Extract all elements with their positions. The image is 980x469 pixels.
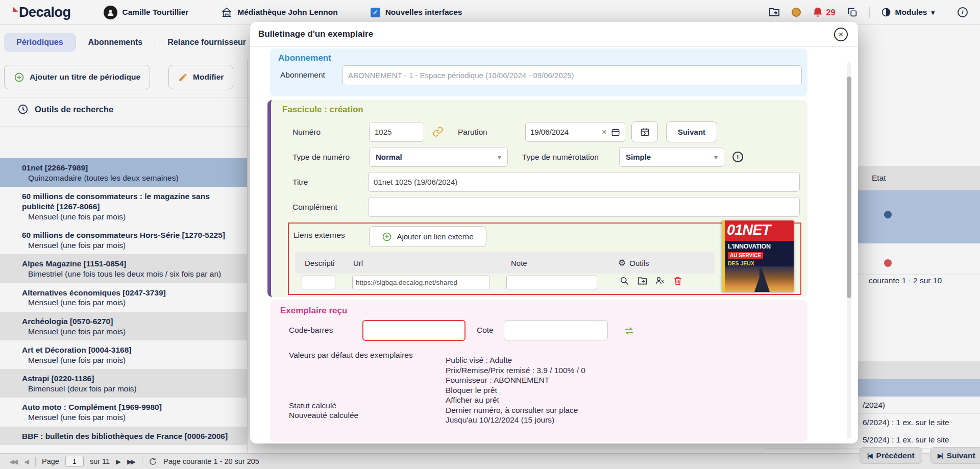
next-parution-button[interactable]	[631, 121, 658, 142]
liens-externes-block: Liens externes Ajouter un lien externe D…	[288, 223, 801, 295]
close-glyph: ×	[839, 30, 844, 39]
parution-date-input[interactable]: 19/06/2024 ×	[525, 122, 625, 142]
bulletinage-dialog: Bulletinage d'un exemplaire × Abonnement…	[250, 22, 858, 443]
section-exemplaire: Exemplaire reçu Code-barres Cote Valeurs…	[270, 300, 807, 442]
abonnement-input[interactable]	[342, 65, 802, 85]
cover-photo	[725, 266, 794, 292]
liens-externes-label: Liens externes	[293, 225, 345, 245]
folder-open-icon[interactable]	[636, 275, 648, 287]
cover-headline-line1: L'INNOVATION	[728, 243, 791, 250]
cover-masthead: 01NET	[727, 221, 770, 238]
parution-label: Parution	[458, 122, 487, 142]
titre-label: Titre	[292, 172, 308, 192]
section-fascicule: Fascicule : création Numéro Parution 19/…	[267, 100, 807, 297]
link-url-input[interactable]	[352, 276, 490, 289]
link-row-tools	[618, 275, 684, 287]
nouveaute-calculee-label: Nouveauté calculée	[289, 410, 358, 421]
eiffel-spire	[760, 268, 762, 278]
numero-input[interactable]	[369, 122, 424, 142]
search-icon[interactable]	[618, 275, 630, 287]
gear-icon: ⚙	[618, 258, 626, 268]
type-numero-select[interactable]: Normal ▾	[369, 147, 508, 167]
complement-label: Complément	[292, 197, 337, 217]
calendar-icon[interactable]	[611, 128, 620, 137]
dialog-header: Bulletinage d'un exemplaire ×	[250, 22, 858, 47]
valeur-line: Prix/Remise/Prix remisé : 3.9 / 100% / 0	[446, 365, 585, 376]
nouveaute-calculee-value: Jusqu'au 10/12/2024 (15 jours)	[446, 415, 554, 425]
type-numero-label: Type de numéro	[292, 147, 350, 167]
cover-headline-line2: AU SERVICE	[728, 252, 763, 259]
suivant-label: Suivant	[678, 128, 705, 136]
abonnement-label: Abonnement	[280, 65, 325, 85]
eiffel-silhouette	[754, 269, 770, 292]
statut-calcule-label: Statut calculé	[289, 401, 336, 411]
valeurs-defaut-values: Public visé : Adulte Prix/Remise/Prix re…	[446, 355, 585, 405]
swap-refresh-icon[interactable]	[623, 325, 635, 337]
parution-date-value: 19/06/2024	[530, 128, 598, 136]
add-external-link-button[interactable]: Ajouter un lien externe	[369, 226, 486, 247]
col-url: Url	[353, 252, 363, 274]
magazine-cover-thumbnail[interactable]: 01NET L'INNOVATION AU SERVICE DES JEUX O…	[722, 220, 794, 292]
type-numerotation-select[interactable]: Simple ▾	[619, 147, 724, 167]
section-abonnement: Abonnement Abonnement	[270, 48, 807, 96]
close-icon[interactable]: ×	[834, 28, 848, 41]
valeurs-defaut-label: Valeurs par défaut des exemplaires	[289, 350, 413, 360]
type-numerotation-value: Simple	[626, 153, 651, 161]
trash-icon[interactable]	[672, 275, 684, 287]
calendar-next-icon	[640, 127, 650, 137]
chevron-down-icon: ▾	[714, 153, 718, 161]
valeur-line: Bloquer le prêt	[446, 385, 585, 396]
dialog-body: Abonnement Abonnement Fascicule : créati…	[250, 47, 858, 443]
type-numero-value: Normal	[376, 153, 402, 161]
valeur-line: Afficher au prêt	[446, 395, 585, 405]
suivant-button[interactable]: Suivant	[666, 121, 717, 142]
valeur-line: Public visé : Adulte	[446, 355, 585, 365]
valeur-line: Fournisseur : ABONNEMENT	[446, 375, 585, 385]
link-description-input[interactable]	[302, 276, 335, 289]
add-external-link-label: Ajouter un lien externe	[397, 232, 473, 241]
code-barres-label: Code-barres	[289, 320, 333, 340]
statut-calcule-value: Dernier numéro, à consulter sur place	[446, 405, 578, 415]
clear-date-icon[interactable]: ×	[602, 127, 607, 137]
link-note-input[interactable]	[506, 276, 597, 289]
type-numerotation-label: Type de numérotation	[522, 147, 599, 167]
warning-glyph: !	[737, 153, 739, 161]
titre-input[interactable]	[368, 172, 800, 192]
section-abonnement-title: Abonnement	[278, 53, 331, 63]
link-person-icon[interactable]	[654, 275, 666, 287]
outils-label: Outils	[629, 259, 649, 267]
dialog-title: Bulletinage d'un exemplaire	[258, 29, 373, 39]
cote-label: Cote	[477, 320, 494, 340]
section-exemplaire-title: Exemplaire reçu	[280, 306, 347, 316]
chevron-down-icon: ▾	[498, 153, 501, 161]
plus-circle-icon	[382, 232, 392, 242]
col-note: Note	[511, 252, 527, 274]
col-description: Descripti	[305, 252, 334, 274]
warning-icon[interactable]: !	[732, 152, 743, 162]
numero-label: Numéro	[292, 122, 321, 142]
modal-scrollbar-thumb[interactable]	[847, 77, 851, 298]
code-barres-input[interactable]	[362, 320, 465, 341]
links-table-header: Descripti Url Note ⚙ Outils	[295, 252, 715, 274]
section-fascicule-title: Fascicule : création	[282, 105, 363, 115]
cote-input[interactable]	[504, 320, 608, 340]
col-outils: ⚙ Outils	[618, 252, 649, 274]
complement-input[interactable]	[368, 197, 800, 217]
link-icon[interactable]	[432, 126, 444, 137]
